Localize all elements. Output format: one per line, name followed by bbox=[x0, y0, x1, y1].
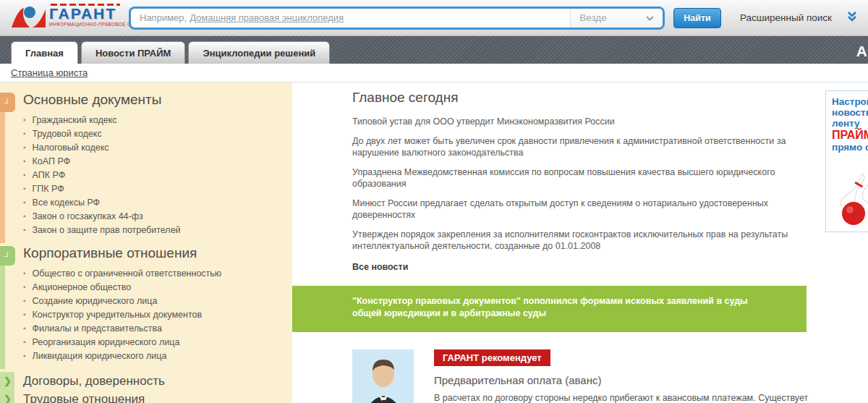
sidebar-item-koap[interactable]: КоАП РФ bbox=[23, 155, 292, 169]
find-button[interactable]: Найти bbox=[673, 8, 721, 28]
collapsed-section-label: Договоры, доверенность bbox=[23, 374, 165, 389]
search-placeholder-prefix: Например, bbox=[140, 12, 187, 23]
search-input[interactable]: Например, Домашняя правовая энциклопедия bbox=[131, 9, 570, 27]
expert-photo bbox=[352, 349, 414, 403]
section-collapse-icon[interactable]: ┘ bbox=[0, 93, 15, 112]
news-item[interactable]: Минюст России предлагает сделать открыты… bbox=[352, 198, 819, 221]
garant-logo[interactable]: ГАРАНТ ИНФОРМАЦИОННО-ПРАВОВОЕ ОБЕСПЕЧЕНИ… bbox=[10, 1, 124, 35]
sidebar-item-tax-code[interactable]: Налоговый кодекс bbox=[23, 141, 292, 155]
ad-brand: ПРАЙМ bbox=[832, 129, 868, 142]
constructor-promo-banner[interactable]: "Конструктор правовых документов" пополн… bbox=[292, 286, 807, 332]
search-placeholder-link[interactable]: Домашняя правовая энциклопедия bbox=[190, 12, 344, 23]
all-news-link[interactable]: Все новости bbox=[352, 262, 868, 272]
tabbar-cutoff-letter: А bbox=[856, 43, 867, 60]
tab-bar: Главная Новости ПРАЙМ Энциклопедии решен… bbox=[0, 36, 868, 64]
news-item[interactable]: Типовой устав для ООО утвердит Минэконом… bbox=[352, 116, 819, 127]
content-area: ┘ Основные документы Гражданский кодекс … bbox=[0, 82, 868, 403]
sidebar-item-consumer-law[interactable]: Закон о защите прав потребителей bbox=[23, 224, 292, 237]
ad-line: ленту bbox=[832, 118, 868, 129]
sidebar-item-joint-stock[interactable]: Акционерное общество bbox=[23, 281, 292, 294]
promo-banner-text: "Конструктор правовых документов" пополн… bbox=[352, 295, 768, 320]
sidebar-section-contracts[interactable]: ❯ Договоры, доверенность bbox=[23, 372, 292, 390]
sidebar-section-labor[interactable]: ❯ Трудовые отношения bbox=[23, 390, 292, 403]
collapsed-section-label: Трудовые отношения bbox=[23, 392, 145, 403]
subnav: Страница юриста bbox=[0, 64, 868, 82]
chevron-right-icon: ❯ bbox=[4, 394, 12, 403]
sidebar-item-docs-constructor[interactable]: Конструктор учредительных документов bbox=[23, 308, 292, 322]
sidebar-item-liquidation[interactable]: Ликвидация юридического лица bbox=[23, 349, 292, 363]
sidebar-section-title[interactable]: Основные документы bbox=[23, 90, 292, 109]
sidebar-item-reorganization[interactable]: Реорганизация юридического лица bbox=[23, 336, 292, 349]
sidebar-item-all-codes[interactable]: Все кодексы РФ bbox=[23, 196, 292, 210]
sidebar-collapsed-sections: ❯ Договоры, доверенность ❯ Трудовые отно… bbox=[0, 369, 292, 403]
sidebar: ┘ Основные документы Гражданский кодекс … bbox=[0, 82, 292, 403]
sidebar-item-entity-creation[interactable]: Создание юридического лица bbox=[23, 294, 292, 308]
recommend-article-body: В расчетах по договору стороны нередко п… bbox=[434, 392, 810, 403]
news-item[interactable]: Утвержден порядок закрепления за исполни… bbox=[352, 229, 819, 252]
news-item[interactable]: До двух лет может быть увеличен срок дав… bbox=[352, 135, 819, 158]
sidebar-section-title[interactable]: Корпоративные отношения bbox=[23, 243, 292, 263]
sidebar-item-apk[interactable]: АПК РФ bbox=[23, 169, 292, 182]
tab-encyclopedias[interactable]: Энциклопедии решений bbox=[188, 41, 330, 64]
tab-main[interactable]: Главная bbox=[11, 41, 78, 64]
sidebar-item-procurement-law[interactable]: Закон о госзакупках 44-фз bbox=[23, 210, 292, 224]
prime-news-ad-banner[interactable]: Настрой новостную ленту ПРАЙМ прямо с bbox=[825, 90, 868, 232]
sidebar-item-ooo[interactable]: Общество с ограниченной ответственностью bbox=[23, 267, 292, 281]
section-collapse-icon[interactable]: ┘ bbox=[0, 246, 15, 266]
news-block: Главное сегодня Типовой устав для ООО ут… bbox=[292, 82, 868, 272]
garant-logo-icon bbox=[10, 4, 46, 35]
garant-recommends-badge: ГАРАНТ рекомендует bbox=[434, 349, 550, 366]
chevron-right-icon: ❯ bbox=[4, 376, 12, 386]
main-column: Главное сегодня Типовой устав для ООО ут… bbox=[292, 82, 868, 403]
recommend-block: Задать вопрос экспертам ГАРАНТ рекоменду… bbox=[292, 349, 868, 403]
advanced-search-link[interactable]: Расширенный поиск bbox=[740, 12, 832, 23]
search-scope-dropdown[interactable]: Везде bbox=[570, 9, 663, 27]
lawyer-page-link[interactable]: Страница юриста bbox=[11, 67, 88, 78]
news-title: Главное сегодня bbox=[352, 90, 868, 106]
recommend-article-title[interactable]: Предварительная оплата (аванс) bbox=[434, 374, 810, 386]
bowling-pins-icon bbox=[829, 150, 868, 229]
ad-line: Настрой bbox=[832, 96, 868, 107]
top-header: ГАРАНТ ИНФОРМАЦИОННО-ПРАВОВОЕ ОБЕСПЕЧЕНИ… bbox=[0, 0, 868, 36]
sidebar-item-labor-code[interactable]: Трудовой кодекс bbox=[23, 127, 292, 141]
tab-news-prime[interactable]: Новости ПРАЙМ bbox=[81, 41, 186, 64]
sidebar-section-corporate: ┘ Корпоративные отношения Общество с огр… bbox=[0, 243, 292, 369]
ad-line: новостную bbox=[832, 107, 868, 118]
search-bar: Например, Домашняя правовая энциклопедия… bbox=[129, 7, 665, 30]
sidebar-item-branches[interactable]: Филиалы и представительства bbox=[23, 322, 292, 336]
expand-double-chevron-icon[interactable] bbox=[846, 11, 858, 25]
news-item[interactable]: Упразднена Межведомственная комиссия по … bbox=[352, 166, 819, 190]
sidebar-section-main-documents: ┘ Основные документы Гражданский кодекс … bbox=[0, 90, 292, 243]
search-scope-value: Везде bbox=[579, 12, 607, 23]
section-strip-decor bbox=[0, 97, 5, 243]
sidebar-item-gpk[interactable]: ГПК РФ bbox=[23, 182, 292, 196]
section-strip-decor bbox=[0, 250, 5, 369]
chevron-down-icon bbox=[646, 14, 654, 22]
sidebar-item-civil-code[interactable]: Гражданский кодекс bbox=[23, 114, 292, 127]
